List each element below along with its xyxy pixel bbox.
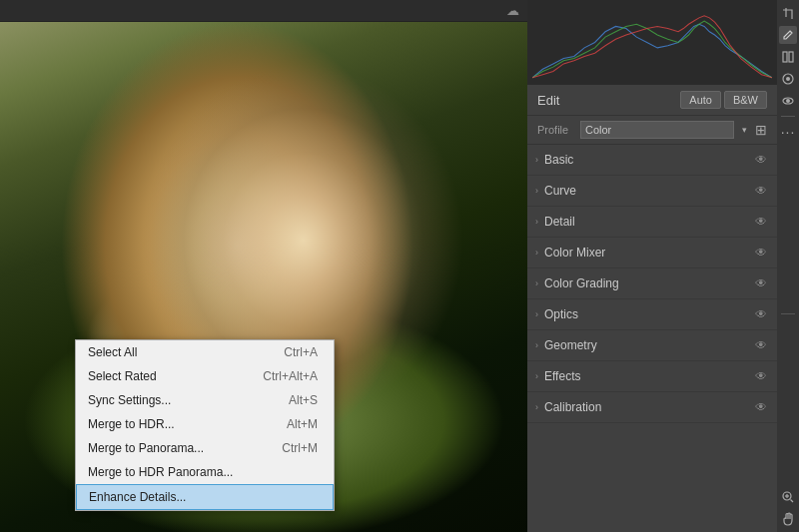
chevron-detail-icon: › [535, 217, 538, 227]
panel-sections: › Basic 👁 › Curve 👁 › Detail 👁 [527, 145, 777, 532]
toolbar-zoom-icon[interactable] [779, 488, 797, 506]
photo-area: ☁ Select All Ctrl+A Select Rated Ctrl+Al… [0, 0, 527, 532]
section-left-color-grading: › Color Grading [535, 276, 619, 290]
edit-header: Edit Auto B&W [527, 85, 777, 116]
cloud-icon[interactable]: ☁ [506, 3, 519, 18]
dropdown-arrow-icon: ▾ [742, 125, 747, 135]
section-label-color-mixer: Color Mixer [544, 246, 605, 260]
menu-item-merge-hdr-panorama[interactable]: Merge to HDR Panorama... [76, 460, 334, 484]
toolbar-edit-icon[interactable] [779, 26, 797, 44]
top-bar-right: ☁ [506, 3, 519, 18]
eye-color-grading-icon[interactable]: 👁 [755, 276, 767, 290]
app-container: ☁ Select All Ctrl+A Select Rated Ctrl+Al… [0, 0, 799, 532]
svg-rect-1 [789, 52, 793, 62]
section-row-basic[interactable]: › Basic 👁 [527, 145, 777, 176]
section-label-detail: Detail [544, 215, 575, 229]
section-label-basic: Basic [544, 153, 573, 167]
profile-select[interactable]: Color Adobe Color Adobe Landscape Adobe … [580, 121, 734, 139]
eye-effects-icon[interactable]: 👁 [755, 369, 767, 383]
chevron-optics-icon: › [535, 309, 538, 319]
menu-item-select-all[interactable]: Select All Ctrl+A [76, 340, 334, 364]
svg-rect-0 [783, 52, 787, 62]
bw-button[interactable]: B&W [724, 91, 767, 109]
section-row-color-grading[interactable]: › Color Grading 👁 [527, 268, 777, 299]
menu-shortcut-sync-settings: Alt+S [289, 393, 318, 407]
context-menu: Select All Ctrl+A Select Rated Ctrl+Alt+… [75, 339, 335, 511]
section-left-optics: › Optics [535, 307, 578, 321]
chevron-basic-icon: › [535, 155, 538, 165]
menu-item-enhance-details[interactable]: Enhance Details... [76, 484, 334, 510]
section-label-calibration: Calibration [544, 400, 601, 414]
profile-row: Profile Color Adobe Color Adobe Landscap… [527, 116, 777, 145]
chevron-color-grading-icon: › [535, 278, 538, 288]
chevron-curve-icon: › [535, 186, 538, 196]
eye-detail-icon[interactable]: 👁 [755, 215, 767, 229]
right-panel: Edit Auto B&W Profile Color Adobe Color … [527, 0, 777, 532]
section-row-effects[interactable]: › Effects 👁 [527, 361, 777, 392]
chevron-geometry-icon: › [535, 340, 538, 350]
toolbar-divider-1 [781, 116, 795, 117]
menu-label-select-rated: Select Rated [88, 369, 157, 383]
histogram-svg [532, 5, 772, 80]
menu-label-enhance-details: Enhance Details... [89, 490, 186, 504]
section-label-optics: Optics [544, 307, 578, 321]
chevron-color-mixer-icon: › [535, 248, 538, 258]
toolbar-dots-icon[interactable]: ··· [779, 123, 797, 141]
section-left-geometry: › Geometry [535, 338, 597, 352]
menu-shortcut-merge-panorama: Ctrl+M [282, 441, 318, 455]
svg-line-7 [791, 500, 794, 503]
right-toolbar: ··· [777, 0, 799, 532]
eye-optics-icon[interactable]: 👁 [755, 307, 767, 321]
section-label-effects: Effects [544, 369, 580, 383]
section-left-curve: › Curve [535, 184, 576, 198]
menu-label-merge-hdr: Merge to HDR... [88, 417, 175, 431]
edit-title: Edit [537, 93, 559, 108]
section-label-color-grading: Color Grading [544, 276, 619, 290]
edit-btn-group: Auto B&W [680, 91, 767, 109]
section-row-detail[interactable]: › Detail 👁 [527, 207, 777, 238]
svg-point-3 [786, 77, 790, 81]
section-row-curve[interactable]: › Curve 👁 [527, 176, 777, 207]
menu-label-merge-hdr-panorama: Merge to HDR Panorama... [88, 465, 233, 479]
section-row-color-mixer[interactable]: › Color Mixer 👁 [527, 238, 777, 268]
menu-item-select-rated[interactable]: Select Rated Ctrl+Alt+A [76, 364, 334, 388]
top-bar: ☁ [0, 0, 527, 22]
histogram-area [527, 0, 777, 85]
menu-label-merge-panorama: Merge to Panorama... [88, 441, 204, 455]
profile-icons: ⊞ [755, 122, 767, 138]
grid-icon[interactable]: ⊞ [755, 122, 767, 138]
eye-basic-icon[interactable]: 👁 [755, 153, 767, 167]
section-left-basic: › Basic [535, 153, 573, 167]
menu-item-merge-hdr[interactable]: Merge to HDR... Alt+M [76, 412, 334, 436]
section-row-calibration[interactable]: › Calibration 👁 [527, 392, 777, 423]
toolbar-crop-icon[interactable] [779, 4, 797, 22]
menu-label-sync-settings: Sync Settings... [88, 393, 171, 407]
toolbar-hand-icon[interactable] [779, 510, 797, 528]
svg-point-5 [786, 99, 790, 103]
section-left-effects: › Effects [535, 369, 580, 383]
chevron-effects-icon: › [535, 371, 538, 381]
section-left-detail: › Detail [535, 215, 575, 229]
section-row-optics[interactable]: › Optics 👁 [527, 299, 777, 330]
auto-button[interactable]: Auto [680, 91, 721, 109]
eye-calibration-icon[interactable]: 👁 [755, 400, 767, 414]
menu-item-sync-settings[interactable]: Sync Settings... Alt+S [76, 388, 334, 412]
menu-shortcut-select-rated: Ctrl+Alt+A [263, 369, 318, 383]
toolbar-mask-icon[interactable] [779, 70, 797, 88]
section-label-geometry: Geometry [544, 338, 597, 352]
menu-item-merge-panorama[interactable]: Merge to Panorama... Ctrl+M [76, 436, 334, 460]
eye-color-mixer-icon[interactable]: 👁 [755, 246, 767, 260]
section-row-geometry[interactable]: › Geometry 👁 [527, 330, 777, 361]
menu-shortcut-select-all: Ctrl+A [284, 345, 318, 359]
eye-curve-icon[interactable]: 👁 [755, 184, 767, 198]
profile-label: Profile [537, 124, 572, 136]
menu-shortcut-merge-hdr: Alt+M [287, 417, 318, 431]
section-left-color-mixer: › Color Mixer [535, 246, 605, 260]
toolbar-redeye-icon[interactable] [779, 92, 797, 110]
eye-geometry-icon[interactable]: 👁 [755, 338, 767, 352]
histogram-canvas [532, 5, 772, 80]
toolbar-panel-icon[interactable] [779, 48, 797, 66]
section-left-calibration: › Calibration [535, 400, 601, 414]
toolbar-divider-2 [781, 313, 795, 314]
chevron-calibration-icon: › [535, 402, 538, 412]
